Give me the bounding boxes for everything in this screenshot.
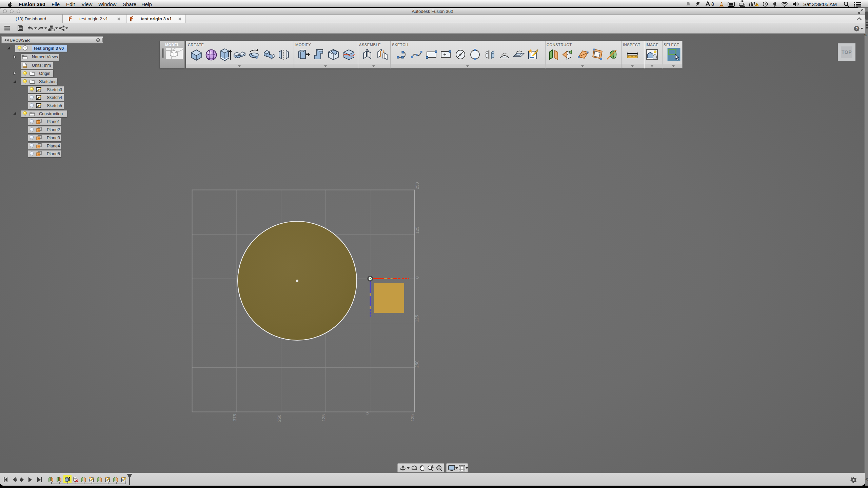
svg-text:8: 8: [711, 1, 714, 7]
svg-text:?: ?: [855, 26, 858, 31]
svg-text:250: 250: [277, 415, 282, 422]
svg-text:375: 375: [233, 414, 237, 421]
svg-text:125: 125: [415, 227, 420, 234]
svg-text:250: 250: [415, 182, 420, 189]
svg-text:0: 0: [415, 276, 420, 279]
svg-text:125: 125: [410, 414, 415, 422]
svg-text:125: 125: [321, 414, 326, 422]
svg-text:125: 125: [415, 315, 419, 322]
svg-text:!: !: [756, 3, 757, 6]
svg-text:250: 250: [415, 361, 419, 368]
svg-text:0: 0: [365, 412, 370, 414]
